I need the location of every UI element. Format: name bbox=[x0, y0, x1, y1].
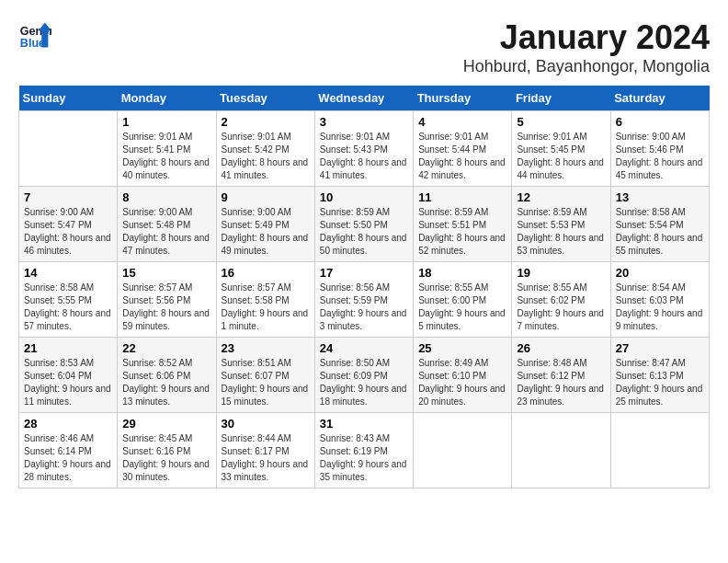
cell-day-info: Sunrise: 8:59 AMSunset: 5:50 PMDaylight:… bbox=[320, 206, 408, 258]
cell-day-number: 28 bbox=[24, 417, 112, 431]
cell-day-number: 11 bbox=[418, 190, 506, 204]
cell-day-info: Sunrise: 8:49 AMSunset: 6:10 PMDaylight:… bbox=[418, 357, 506, 408]
cell-4-0: 28Sunrise: 8:46 AMSunset: 6:14 PMDayligh… bbox=[19, 413, 118, 488]
cell-day-info: Sunrise: 8:45 AMSunset: 6:16 PMDaylight:… bbox=[122, 432, 210, 484]
cell-day-info: Sunrise: 8:51 AMSunset: 6:07 PMDaylight:… bbox=[222, 357, 310, 408]
cell-day-info: Sunrise: 8:48 AMSunset: 6:12 PMDaylight:… bbox=[517, 357, 605, 408]
cell-day-number: 17 bbox=[320, 266, 408, 280]
cell-day-info: Sunrise: 8:54 AMSunset: 6:03 PMDaylight:… bbox=[616, 282, 704, 333]
cell-day-info: Sunrise: 9:00 AMSunset: 5:49 PMDaylight:… bbox=[222, 206, 310, 258]
cell-day-info: Sunrise: 8:57 AMSunset: 5:58 PMDaylight:… bbox=[222, 282, 310, 333]
cell-day-number: 15 bbox=[122, 266, 210, 280]
cell-3-2: 23Sunrise: 8:51 AMSunset: 6:07 PMDayligh… bbox=[216, 338, 314, 413]
cell-day-number: 21 bbox=[24, 341, 112, 355]
svg-text:Blue: Blue bbox=[20, 37, 45, 50]
cell-2-0: 14Sunrise: 8:58 AMSunset: 5:55 PMDayligh… bbox=[19, 262, 118, 338]
cell-0-5: 5Sunrise: 9:01 AMSunset: 5:45 PMDaylight… bbox=[512, 111, 610, 187]
cell-day-info: Sunrise: 9:00 AMSunset: 5:46 PMDaylight:… bbox=[616, 131, 704, 182]
cell-day-number: 16 bbox=[222, 266, 310, 280]
calendar-body: 1Sunrise: 9:01 AMSunset: 5:41 PMDaylight… bbox=[19, 111, 710, 488]
cell-0-0 bbox=[19, 111, 118, 187]
cell-day-info: Sunrise: 8:43 AMSunset: 6:19 PMDaylight:… bbox=[320, 432, 408, 484]
cell-day-number: 4 bbox=[418, 115, 506, 129]
cell-1-0: 7Sunrise: 9:00 AMSunset: 5:47 PMDaylight… bbox=[19, 187, 118, 262]
header-thursday: Thursday bbox=[414, 86, 512, 111]
cell-day-info: Sunrise: 8:57 AMSunset: 5:56 PMDaylight:… bbox=[122, 282, 210, 333]
cell-day-info: Sunrise: 9:00 AMSunset: 5:48 PMDaylight:… bbox=[122, 206, 210, 258]
cell-4-5 bbox=[512, 413, 610, 488]
cell-day-number: 27 bbox=[616, 341, 704, 355]
cell-day-number: 7 bbox=[24, 190, 112, 204]
cell-day-number: 24 bbox=[320, 341, 408, 355]
cell-3-4: 25Sunrise: 8:49 AMSunset: 6:10 PMDayligh… bbox=[414, 338, 512, 413]
cell-day-number: 10 bbox=[320, 190, 408, 204]
cell-day-number: 8 bbox=[122, 190, 210, 204]
cell-1-3: 10Sunrise: 8:59 AMSunset: 5:50 PMDayligh… bbox=[314, 187, 413, 262]
header-friday: Friday bbox=[512, 86, 610, 111]
cell-day-number: 31 bbox=[320, 417, 408, 431]
cell-day-info: Sunrise: 9:00 AMSunset: 5:47 PMDaylight:… bbox=[24, 206, 112, 258]
cell-1-5: 12Sunrise: 8:59 AMSunset: 5:53 PMDayligh… bbox=[512, 187, 610, 262]
cell-3-0: 21Sunrise: 8:53 AMSunset: 6:04 PMDayligh… bbox=[19, 338, 118, 413]
cell-day-number: 13 bbox=[616, 190, 704, 204]
cell-day-number: 6 bbox=[616, 115, 704, 129]
cell-2-5: 19Sunrise: 8:55 AMSunset: 6:02 PMDayligh… bbox=[512, 262, 610, 338]
cell-day-info: Sunrise: 8:59 AMSunset: 5:51 PMDaylight:… bbox=[418, 206, 506, 258]
cell-day-number: 20 bbox=[616, 266, 704, 280]
cell-day-number: 22 bbox=[122, 341, 210, 355]
cell-2-2: 16Sunrise: 8:57 AMSunset: 5:58 PMDayligh… bbox=[216, 262, 314, 338]
cell-0-6: 6Sunrise: 9:00 AMSunset: 5:46 PMDaylight… bbox=[610, 111, 709, 187]
cell-day-info: Sunrise: 8:58 AMSunset: 5:54 PMDaylight:… bbox=[616, 206, 704, 258]
cell-day-number: 14 bbox=[24, 266, 112, 280]
cell-day-number: 2 bbox=[222, 115, 310, 129]
week-row-4: 21Sunrise: 8:53 AMSunset: 6:04 PMDayligh… bbox=[19, 338, 710, 413]
cell-day-number: 18 bbox=[418, 266, 506, 280]
cell-4-1: 29Sunrise: 8:45 AMSunset: 6:16 PMDayligh… bbox=[118, 413, 216, 488]
cell-day-number: 12 bbox=[517, 190, 605, 204]
cell-3-1: 22Sunrise: 8:52 AMSunset: 6:06 PMDayligh… bbox=[118, 338, 216, 413]
cell-day-info: Sunrise: 8:47 AMSunset: 6:13 PMDaylight:… bbox=[616, 357, 704, 408]
cell-day-info: Sunrise: 9:01 AMSunset: 5:43 PMDaylight:… bbox=[320, 131, 408, 182]
cell-4-6 bbox=[610, 413, 709, 488]
cell-2-3: 17Sunrise: 8:56 AMSunset: 5:59 PMDayligh… bbox=[314, 262, 413, 338]
cell-day-number: 3 bbox=[320, 115, 408, 129]
cell-day-info: Sunrise: 8:44 AMSunset: 6:17 PMDaylight:… bbox=[222, 432, 310, 484]
location-subtitle: Hohburd, Bayanhongor, Mongolia bbox=[463, 57, 710, 76]
cell-day-info: Sunrise: 9:01 AMSunset: 5:44 PMDaylight:… bbox=[418, 131, 506, 182]
cell-0-1: 1Sunrise: 9:01 AMSunset: 5:41 PMDaylight… bbox=[118, 111, 216, 187]
cell-day-info: Sunrise: 9:01 AMSunset: 5:42 PMDaylight:… bbox=[222, 131, 310, 182]
cell-day-info: Sunrise: 8:58 AMSunset: 5:55 PMDaylight:… bbox=[24, 282, 112, 333]
cell-1-1: 8Sunrise: 9:00 AMSunset: 5:48 PMDaylight… bbox=[118, 187, 216, 262]
cell-day-number: 25 bbox=[418, 341, 506, 355]
cell-day-info: Sunrise: 8:52 AMSunset: 6:06 PMDaylight:… bbox=[122, 357, 210, 408]
header-monday: Monday bbox=[118, 86, 216, 111]
cell-day-number: 26 bbox=[517, 341, 605, 355]
cell-day-number: 29 bbox=[122, 417, 210, 431]
cell-3-5: 26Sunrise: 8:48 AMSunset: 6:12 PMDayligh… bbox=[512, 338, 610, 413]
week-row-1: 1Sunrise: 9:01 AMSunset: 5:41 PMDaylight… bbox=[19, 111, 710, 187]
cell-2-4: 18Sunrise: 8:55 AMSunset: 6:00 PMDayligh… bbox=[414, 262, 512, 338]
week-row-2: 7Sunrise: 9:00 AMSunset: 5:47 PMDaylight… bbox=[19, 187, 710, 262]
cell-0-2: 2Sunrise: 9:01 AMSunset: 5:42 PMDaylight… bbox=[216, 111, 314, 187]
cell-1-6: 13Sunrise: 8:58 AMSunset: 5:54 PMDayligh… bbox=[610, 187, 709, 262]
header-tuesday: Tuesday bbox=[216, 86, 314, 111]
calendar-table: Sunday Monday Tuesday Wednesday Thursday… bbox=[18, 86, 710, 488]
cell-2-6: 20Sunrise: 8:54 AMSunset: 6:03 PMDayligh… bbox=[610, 262, 709, 338]
cell-0-4: 4Sunrise: 9:01 AMSunset: 5:44 PMDaylight… bbox=[414, 111, 512, 187]
header-saturday: Saturday bbox=[610, 86, 709, 111]
logo-icon: General Blue bbox=[18, 18, 51, 52]
cell-day-info: Sunrise: 8:56 AMSunset: 5:59 PMDaylight:… bbox=[320, 282, 408, 333]
cell-day-info: Sunrise: 8:55 AMSunset: 6:00 PMDaylight:… bbox=[418, 282, 506, 333]
cell-4-2: 30Sunrise: 8:44 AMSunset: 6:17 PMDayligh… bbox=[216, 413, 314, 488]
cell-2-1: 15Sunrise: 8:57 AMSunset: 5:56 PMDayligh… bbox=[118, 262, 216, 338]
header-sunday: Sunday bbox=[19, 86, 118, 111]
cell-3-6: 27Sunrise: 8:47 AMSunset: 6:13 PMDayligh… bbox=[610, 338, 709, 413]
cell-day-info: Sunrise: 8:55 AMSunset: 6:02 PMDaylight:… bbox=[517, 282, 605, 333]
logo: General Blue bbox=[18, 18, 51, 52]
week-row-3: 14Sunrise: 8:58 AMSunset: 5:55 PMDayligh… bbox=[19, 262, 710, 338]
cell-day-info: Sunrise: 8:53 AMSunset: 6:04 PMDaylight:… bbox=[24, 357, 112, 408]
cell-day-info: Sunrise: 8:50 AMSunset: 6:09 PMDaylight:… bbox=[320, 357, 408, 408]
cell-4-4 bbox=[414, 413, 512, 488]
cell-day-info: Sunrise: 8:59 AMSunset: 5:53 PMDaylight:… bbox=[517, 206, 605, 258]
cell-day-number: 5 bbox=[517, 115, 605, 129]
